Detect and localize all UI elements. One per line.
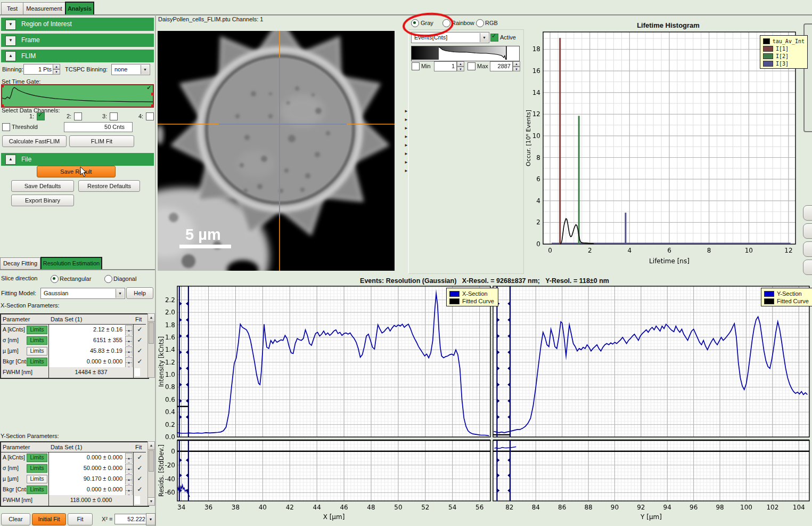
tab-analysis[interactable]: Analysis [65, 2, 94, 15]
help-button[interactable]: Help [126, 287, 153, 299]
tab-resolution-estimation[interactable]: Resolution Estimation [40, 257, 102, 269]
table-row: µ [µm]Limits 45.83 ± 0.19 ▲▼ ✓ [1, 346, 146, 357]
value-cell[interactable]: 0.000 ± 0.000 ▲▼ [49, 357, 134, 367]
binning-input[interactable]: 1 Pts [23, 64, 54, 75]
fit-checkbox[interactable]: ✓ [134, 357, 146, 367]
chi2-value: 52.222 [114, 514, 149, 524]
limits-button[interactable]: Limits [27, 475, 47, 483]
section-region-of-interest[interactable]: ▼ Region of Interest [1, 18, 154, 31]
fit-checkbox[interactable]: ✓ [134, 346, 146, 357]
slice-rectangular-radio[interactable] [51, 275, 59, 283]
fit-checkbox[interactable]: ✓ [134, 463, 146, 474]
value-cell[interactable]: 2.12 ± 0.16 ▲▼ [49, 325, 134, 335]
spinner-up-icon: ▲ [125, 325, 133, 331]
chevron-down-icon[interactable]: ▼ [141, 65, 149, 74]
fit-checkbox[interactable]: ✓ [134, 325, 146, 335]
tcspc-binning-select[interactable]: none ▼ [111, 64, 150, 75]
scroll-down-icon[interactable]: ▼ [146, 513, 155, 525]
rgb-radio[interactable] [476, 19, 484, 27]
chevron-up-icon[interactable]: ▲ [5, 155, 16, 165]
fit-checkbox[interactable]: ✓ [134, 474, 146, 484]
fit-checkbox[interactable]: ✓ [134, 484, 146, 495]
rgb-label: RGB [485, 20, 498, 26]
chevron-down-icon[interactable]: ▼ [116, 289, 124, 298]
fit-checkbox[interactable]: ✓ [134, 335, 146, 346]
tab-measurement[interactable]: Measurement [23, 2, 65, 15]
section-frame[interactable]: ▼ Frame [1, 34, 154, 47]
gate-handle[interactable] [151, 104, 153, 107]
limits-button[interactable]: Limits [27, 454, 47, 462]
chevron-down-icon[interactable]: ▼ [5, 36, 16, 46]
value-cell[interactable]: 50.000 ± 0.000 ▲▼ [49, 463, 134, 474]
save-defaults-button[interactable]: Save Defaults [11, 180, 74, 192]
value-stepper[interactable]: ▲▼ [125, 325, 133, 335]
value-cell[interactable]: 0.000 ± 0.000 ▲▼ [49, 452, 134, 463]
limits-button[interactable]: Limits [27, 464, 47, 473]
export-binary-button[interactable]: Export Binary [11, 195, 74, 206]
value-cell[interactable]: 6151 ± 355 ▲▼ [49, 335, 134, 346]
fitting-model-select[interactable]: Gaussian ▼ [40, 288, 125, 299]
calculate-fastflim-button[interactable]: Calculate FastFLIM [2, 135, 67, 147]
flim-fit-button[interactable]: FLIM Fit [69, 135, 134, 147]
scroll-down-icon: ▼ [148, 497, 154, 505]
time-gate-widget[interactable]: ✔ [1, 84, 154, 108]
initial-fit-button[interactable]: Initial Fit [32, 513, 66, 525]
empty-box [135, 368, 140, 376]
slice-diagonal-radio[interactable] [104, 275, 112, 283]
chart-tool-button[interactable] [803, 260, 812, 275]
value-cell[interactable]: 45.83 ± 0.19 ▲▼ [49, 346, 134, 357]
check-icon: ✔ [147, 85, 151, 91]
table-row: Bkgr [Cnts]Limits 0.000 ± 0.000 ▲▼ ✓ [1, 484, 146, 496]
clear-button[interactable]: Clear [1, 513, 30, 525]
value-cell[interactable]: 90.170 ± 0.000 ▲▼ [49, 474, 134, 484]
binning-stepper[interactable]: ▲▼ [53, 64, 60, 75]
value-cell[interactable]: 0.000 ± 0.000 ▲▼ [49, 484, 134, 495]
x-section-table: Parameter Data Set (1) Fit A [kCnts]Limi… [0, 313, 149, 379]
tab-test[interactable]: Test [1, 2, 23, 15]
rainbow-label: Rainbow [452, 20, 474, 26]
gate-handle[interactable] [151, 93, 153, 95]
chevron-down-icon[interactable]: ▼ [5, 20, 16, 30]
save-result-button[interactable]: Save Result [37, 166, 116, 177]
chart-tool-button[interactable] [803, 241, 812, 257]
limits-button[interactable]: Limits [27, 326, 47, 334]
limits-button[interactable]: Limits [27, 485, 47, 494]
threshold-input[interactable]: 50 Cnts [64, 122, 133, 132]
limits-button[interactable]: Limits [27, 347, 47, 355]
chevron-up-icon[interactable]: ▲ [5, 51, 16, 61]
section-file[interactable]: ▲ File [1, 153, 154, 166]
spinner-up-icon: ▲ [125, 485, 133, 491]
resolution-charts[interactable] [157, 274, 812, 526]
channel-1-checkbox[interactable]: ✓ [37, 112, 45, 120]
x-table-scrollbar[interactable]: ▲ [147, 313, 155, 378]
histogram-legend: tau_Av_Int I[1] I[2] I[3] [760, 35, 808, 69]
chart-tool-button[interactable] [803, 205, 812, 221]
legend-swatch [449, 298, 460, 304]
fit-checkbox[interactable]: ✓ [134, 452, 146, 463]
channel-4-checkbox[interactable]: ✓ [146, 112, 154, 120]
limits-button[interactable]: Limits [27, 358, 47, 366]
spinner-up-icon: ▲ [125, 474, 133, 480]
channel-2-checkbox[interactable]: ✓ [74, 112, 82, 120]
chart-tool-button[interactable] [803, 223, 812, 239]
restore-defaults-button[interactable]: Restore Defaults [78, 180, 140, 192]
x-section-parameters-label: X-Section Parameters: [1, 302, 60, 309]
threshold-checkbox[interactable]: ✓ [2, 123, 10, 131]
slice-diagonal-label: Diagonal [113, 276, 136, 282]
fit-button[interactable]: Fit [68, 513, 93, 525]
spinner-up-icon: ▲ [125, 453, 133, 459]
limits-button[interactable]: Limits [27, 336, 47, 345]
value-cell: 14484 ± 837 [49, 367, 134, 378]
table-header: Parameter Data Set (1) Fit [1, 442, 146, 452]
channel-1-label: 1: [29, 113, 34, 119]
section-flim[interactable]: ▲ FLIM [1, 50, 154, 62]
legend-swatch [763, 38, 770, 44]
gate-handle[interactable] [2, 85, 4, 87]
tab-decay-fitting[interactable]: Decay Fitting [0, 257, 40, 269]
y-table-scrollbar[interactable]: ▲ ▼ [147, 441, 155, 506]
legend-swatch [763, 61, 773, 67]
table-row: A [kCnts]Limits 0.000 ± 0.000 ▲▼ ✓ [1, 452, 146, 464]
channel-3-checkbox[interactable]: ✓ [110, 112, 118, 120]
y-section-table: Parameter Data Set (1) Fit A [kCnts]Limi… [0, 441, 149, 507]
spinner-up-icon: ▲ [125, 464, 133, 470]
